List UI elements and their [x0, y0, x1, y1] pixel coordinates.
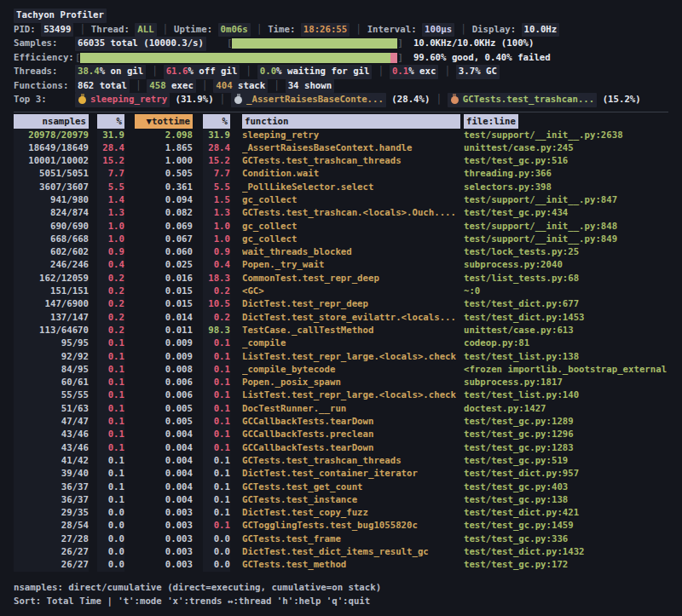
top3-item[interactable]: GCTests.test_trashcan...	[448, 93, 597, 107]
cell-cum-pct: 0.0	[203, 558, 230, 571]
table-row[interactable]: 20978/2097931.92.09831.9sleeping_retryte…	[14, 129, 668, 141]
column-gap	[230, 402, 242, 415]
table-row[interactable]: 246/2460.40.0250.4Popen._try_waitsubproc…	[14, 258, 668, 271]
table-row[interactable]: 3607/36075.50.3615.5_PollLikeSelector.se…	[14, 181, 668, 193]
table-row[interactable]: 10001/1000215.21.00015.2GCTests.test_tra…	[14, 154, 668, 167]
table-row[interactable]: 29/350.00.0030.1DictTest.test_copy_fuzzt…	[14, 506, 668, 519]
stat-value: 404	[216, 79, 232, 94]
table-row[interactable]: 28/540.00.0030.1GCTogglingTests.test_bug…	[14, 519, 668, 532]
column-gap	[124, 167, 135, 180]
table-row[interactable]: 147/69000.20.01510.5DictTest.test_repr_d…	[14, 297, 668, 310]
table-row[interactable]: 92/920.10.0090.1ListTest.test_repr_large…	[14, 350, 668, 363]
cell-tottime: 0.004	[135, 454, 193, 467]
samples-row: Samples: 66035 total (10000.3/s) [ ] 10.…	[14, 37, 668, 51]
table-row[interactable]: 668/6681.00.0671.0gc_collecttest/support…	[14, 233, 668, 245]
cell-function: GCTests.test_frame	[242, 533, 460, 545]
cell-file-line: test/test_dict.py:677	[464, 297, 668, 310]
stat-text: GC	[481, 65, 497, 79]
column-header-cum-pct[interactable]: %	[203, 114, 230, 129]
table-row[interactable]: 5051/50517.70.5057.7Condition.waitthread…	[14, 167, 668, 180]
cell-cum-pct: 0.0	[203, 545, 230, 558]
column-gap	[193, 154, 203, 167]
cell-direct-pct: 0.2	[97, 324, 124, 337]
table-row[interactable]: 39/400.10.0040.1DictTest.test_container_…	[14, 467, 668, 480]
cell-file-line: test/list_tests.py:68	[464, 272, 668, 285]
cell-function: GCTests.test_trashcan.<locals>.Ouch....	[242, 206, 460, 219]
column-header-function[interactable]: function	[242, 114, 460, 129]
cell-cum-pct: 0.1	[203, 363, 230, 376]
column-gap	[230, 467, 242, 480]
cell-function: sleeping_retry	[242, 129, 460, 141]
table-row[interactable]: 941/9801.40.0941.5gc_collecttest/support…	[14, 193, 668, 206]
table-row[interactable]: 43/460.10.0040.1GCCallbackTests.preclean…	[14, 428, 668, 440]
cell-tottime: 0.094	[135, 193, 193, 206]
cell-nsamples: 92/92	[14, 350, 89, 363]
table-row[interactable]: 690/6901.00.0691.0gc_collecttest/support…	[14, 220, 668, 233]
info-field-value: 0m06s	[218, 23, 251, 37]
cell-nsamples: 26/27	[14, 558, 89, 571]
table-row[interactable]: 27/280.00.0030.0GCTests.test_frametest/t…	[14, 533, 668, 545]
cell-function: wait_threads_blocked	[242, 245, 460, 258]
column-gap	[230, 376, 242, 389]
column-gap	[193, 467, 203, 480]
table-row[interactable]: 26/270.00.0030.0GCTests.test_methodtest/…	[14, 558, 668, 571]
column-gap	[89, 311, 97, 324]
info-field-value: 100μs	[422, 23, 454, 37]
stat-value: 0.0	[260, 65, 276, 79]
column-header-file-line[interactable]: file:line	[464, 114, 518, 129]
top3-item[interactable]: _AssertRaisesBaseConte...	[231, 93, 386, 107]
cell-file-line: test/test_gc.py:138	[464, 493, 668, 506]
column-gap	[230, 493, 242, 506]
column-gap	[89, 363, 97, 376]
cell-function: gc_collect	[242, 193, 460, 206]
column-gap	[89, 167, 97, 180]
column-gap	[193, 285, 203, 297]
column-header-nsamples[interactable]: nsamples	[14, 114, 89, 129]
info-field-label: PID:	[14, 23, 41, 37]
top3-item[interactable]: sleeping_retry	[75, 93, 170, 107]
cell-tottime: 1.000	[135, 154, 193, 167]
column-gap	[193, 493, 203, 506]
cell-nsamples: 941/980	[14, 193, 89, 206]
column-header-direct-pct[interactable]: %	[97, 114, 124, 129]
table-row[interactable]: 602/6020.90.0600.9wait_threads_blockedte…	[14, 245, 668, 258]
info-field-value: 53499	[41, 23, 73, 37]
cell-direct-pct: 1.0	[97, 220, 124, 233]
table-row[interactable]: 84/950.10.0080.1_compile_bytecode<frozen…	[14, 363, 668, 376]
cell-cum-pct: 0.1	[203, 454, 230, 467]
table-row[interactable]: 55/550.10.0060.1ListTest.test_repr_large…	[14, 389, 668, 401]
table-row[interactable]: 824/8741.30.0821.3GCTests.test_trashcan.…	[14, 206, 668, 219]
efficiency-text: 99.60% good, 0.40% failed	[413, 51, 551, 66]
cell-nsamples: 51/63	[14, 402, 89, 415]
table-row[interactable]: 151/1510.20.0150.2<GC>~:0	[14, 285, 668, 297]
column-gap	[124, 428, 135, 440]
top3-percentage: (31.9%)	[170, 93, 213, 107]
column-gap	[124, 272, 135, 285]
cell-tottime: 0.004	[135, 441, 193, 454]
table-row[interactable]: 43/460.10.0040.1GCCallbackTests.tearDown…	[14, 441, 668, 454]
table-row[interactable]: 113/646700.20.01198.3TestCase._callTestM…	[14, 324, 668, 337]
cell-direct-pct: 0.0	[97, 545, 124, 558]
column-gap	[89, 193, 97, 206]
cell-direct-pct: 0.1	[97, 415, 124, 428]
table-row[interactable]: 137/1470.20.0140.2DictTest.test_store_ev…	[14, 311, 668, 324]
cell-nsamples: 26/27	[14, 545, 89, 558]
column-gap	[124, 297, 135, 310]
cell-function: GCTests.test_get_count	[242, 481, 460, 493]
table-row[interactable]: 95/950.10.0090.1_compilecodeop.py:81	[14, 337, 668, 349]
cell-cum-pct: 7.7	[203, 167, 230, 180]
table-row[interactable]: 51/630.10.0050.1DocTestRunner.__rundocte…	[14, 402, 668, 415]
table-row[interactable]: 36/370.10.0040.1GCTests.test_get_countte…	[14, 481, 668, 493]
column-gap	[230, 206, 242, 219]
table-row[interactable]: 18649/1864928.41.86528.4_AssertRaisesBas…	[14, 141, 668, 154]
cell-cum-pct: 1.0	[203, 233, 230, 245]
cell-direct-pct: 7.7	[97, 167, 124, 180]
table-row[interactable]: 36/370.10.0040.1GCTests.test_instancetes…	[14, 493, 668, 506]
table-row[interactable]: 41/420.10.0040.1GCTests.test_trashcan_th…	[14, 454, 668, 467]
table-row[interactable]: 26/270.00.0030.0DictTest.test_dict_items…	[14, 545, 668, 558]
table-row[interactable]: 162/120590.20.01618.3CommonTest.test_rep…	[14, 272, 668, 285]
table-row[interactable]: 47/470.10.0050.1GCCallbackTests.tearDown…	[14, 415, 668, 428]
column-header-tottime-sorted[interactable]: ▼tottime	[135, 114, 193, 129]
functions-row: Functions: 862 total│458 exec│404 stack│…	[14, 79, 668, 94]
table-row[interactable]: 60/610.10.0060.1Popen._posix_spawnsubpro…	[14, 376, 668, 389]
